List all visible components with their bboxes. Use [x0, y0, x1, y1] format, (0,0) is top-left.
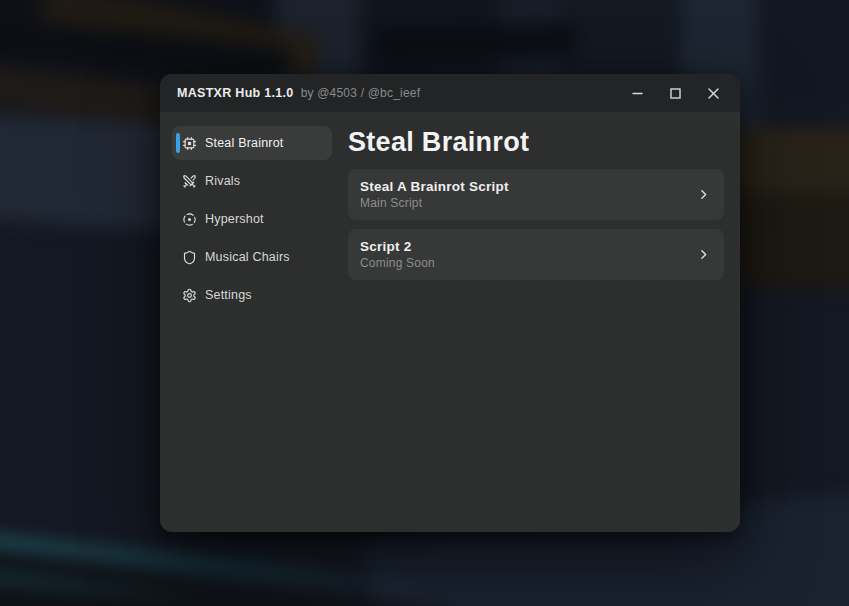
sidebar-item-musical-chairs[interactable]: Musical Chairs [172, 240, 332, 274]
cpu-icon [182, 136, 197, 151]
chevron-right-icon [697, 188, 710, 201]
card-text: Script 2 Coming Soon [360, 239, 435, 270]
sidebar-item-steal-brainrot[interactable]: Steal Brainrot [172, 126, 332, 160]
sidebar-item-settings[interactable]: Settings [172, 278, 332, 312]
card-subtitle: Main Script [360, 196, 509, 210]
close-icon [707, 87, 720, 100]
chevron-right-icon [697, 248, 710, 261]
shield-icon [182, 250, 197, 265]
card-title: Script 2 [360, 239, 435, 254]
active-indicator [176, 133, 180, 153]
window-body: Steal Brainrot Rivals [160, 113, 740, 532]
game-background: MASTXR Hub 1.1.0 by @4503 / @bc_ieef [0, 0, 849, 606]
card-title: Steal A Brainrot Script [360, 179, 509, 194]
sidebar-item-label: Rivals [205, 174, 240, 188]
sidebar-item-label: Musical Chairs [205, 250, 290, 264]
maximize-icon [669, 87, 682, 100]
maximize-button[interactable] [662, 80, 688, 106]
crosshair-icon [182, 212, 197, 227]
sidebar-item-hypershot[interactable]: Hypershot [172, 202, 332, 236]
window-byline: by @4503 / @bc_ieef [301, 86, 421, 100]
sidebar-item-label: Steal Brainrot [205, 136, 284, 150]
script-card-steal-a-brainrot[interactable]: Steal A Brainrot Script Main Script [348, 169, 724, 220]
sidebar-item-rivals[interactable]: Rivals [172, 164, 332, 198]
swords-icon [182, 174, 197, 189]
titlebar[interactable]: MASTXR Hub 1.1.0 by @4503 / @bc_ieef [160, 74, 740, 113]
card-subtitle: Coming Soon [360, 256, 435, 270]
script-card-script-2[interactable]: Script 2 Coming Soon [348, 229, 724, 280]
sidebar-item-label: Settings [205, 288, 252, 302]
window-title: MASTXR Hub 1.1.0 [177, 86, 294, 100]
mastxr-hub-window: MASTXR Hub 1.1.0 by @4503 / @bc_ieef [160, 74, 740, 532]
card-text: Steal A Brainrot Script Main Script [360, 179, 509, 210]
bg-pillar [758, 0, 843, 95]
main-content: Steal Brainrot Steal A Brainrot Script M… [348, 126, 724, 516]
sidebar: Steal Brainrot Rivals [172, 126, 332, 516]
page-title: Steal Brainrot [348, 126, 724, 158]
window-controls [612, 80, 726, 106]
minimize-button[interactable] [624, 80, 650, 106]
minimize-icon [631, 87, 644, 100]
gear-icon [182, 288, 197, 303]
sidebar-item-label: Hypershot [205, 212, 264, 226]
close-button[interactable] [700, 80, 726, 106]
